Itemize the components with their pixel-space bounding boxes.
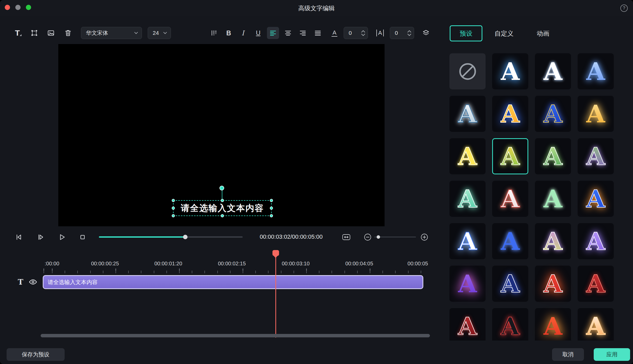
playback-slider-knob[interactable] — [183, 235, 188, 239]
preset-letter: AA — [535, 223, 571, 259]
char-spacing-button[interactable]: A — [328, 27, 341, 39]
preset-item-18[interactable]: AA — [492, 223, 528, 259]
preset-item-21[interactable]: AA — [449, 266, 486, 302]
font-size-value: 24 — [148, 30, 162, 36]
cancel-button[interactable]: 取消 — [552, 348, 584, 361]
line-spacing-stepper[interactable]: 0 — [390, 27, 414, 39]
align-left-icon — [269, 29, 277, 37]
preset-item-3[interactable]: AA — [535, 53, 571, 89]
preset-item-7[interactable]: AA — [535, 96, 571, 132]
next-frame-button[interactable] — [35, 232, 46, 242]
preset-item-2[interactable]: AA — [492, 53, 528, 89]
resize-handle-s[interactable] — [221, 214, 224, 217]
track-visibility-toggle[interactable] — [28, 277, 37, 286]
font-family-select[interactable]: 华文宋体 — [81, 27, 142, 39]
ruler-label: 00:00:03:10 — [282, 261, 310, 267]
preset-item-28[interactable]: AA — [578, 308, 614, 341]
timeline-ruler[interactable]: :00:0000:00:00:2500:00:01:2000:00:02:150… — [0, 261, 437, 267]
help-icon[interactable]: ? — [620, 4, 628, 12]
preset-item-17[interactable]: AA — [449, 223, 486, 259]
save-as-preset-button[interactable]: 保存为预设 — [7, 348, 65, 361]
preset-item-9[interactable]: AA — [449, 138, 486, 174]
preset-item-23[interactable]: AA — [535, 266, 571, 302]
preset-item-1[interactable] — [449, 53, 486, 89]
transform-button[interactable] — [28, 27, 40, 39]
preset-item-19[interactable]: AA — [535, 223, 571, 259]
preset-item-24[interactable]: AA — [578, 266, 614, 302]
underline-button[interactable]: U — [252, 27, 264, 39]
apply-button[interactable]: 应用 — [594, 348, 630, 361]
preset-item-12[interactable]: AA — [578, 138, 614, 174]
timeline-horizontal-scrollbar[interactable] — [41, 334, 430, 337]
preset-item-8[interactable]: AA — [578, 96, 614, 132]
preset-item-5[interactable]: AA — [449, 96, 486, 132]
fit-to-window-button[interactable] — [341, 232, 352, 242]
font-size-select[interactable]: 24 — [148, 27, 171, 39]
text-clip[interactable]: 请全选输入文本内容 — [43, 275, 423, 289]
preset-item-4[interactable]: AA — [578, 53, 614, 89]
resize-handle-se[interactable] — [270, 214, 273, 217]
ruler-label: 00:00:01:20 — [154, 261, 182, 267]
previous-frame-button[interactable] — [13, 232, 24, 242]
preset-item-6[interactable]: AA — [492, 96, 528, 132]
tab-animation[interactable]: 动画 — [527, 25, 559, 41]
resize-handle-ne[interactable] — [270, 199, 273, 202]
resize-handle-w[interactable] — [172, 207, 175, 210]
zoom-in-button[interactable] — [420, 233, 429, 241]
trash-icon — [64, 29, 72, 37]
preview-text[interactable]: 请全选输入文本内容 — [181, 202, 264, 214]
resize-handle-n[interactable] — [221, 199, 224, 202]
preset-item-25[interactable]: AA — [449, 308, 486, 341]
preset-item-26[interactable]: AA — [492, 308, 528, 341]
layer-style-button[interactable] — [420, 27, 432, 39]
justify-button[interactable] — [312, 27, 324, 39]
text-tool-icon: T — [15, 28, 20, 37]
bold-button[interactable]: B — [223, 27, 235, 39]
layers-icon — [422, 29, 430, 37]
add-media-button[interactable] — [45, 27, 57, 39]
next-frame-icon — [37, 233, 45, 241]
line-spacing-button[interactable]: A — [374, 27, 386, 39]
resize-handle-e[interactable] — [270, 207, 273, 210]
align-right-button[interactable] — [297, 27, 309, 39]
italic-button[interactable]: I — [237, 27, 249, 39]
playhead-line[interactable] — [275, 256, 276, 338]
preset-letter: AA — [449, 181, 486, 217]
preset-item-10[interactable]: AA — [492, 138, 528, 174]
play-button[interactable] — [56, 232, 67, 242]
rotate-handle[interactable] — [219, 186, 224, 190]
preset-item-15[interactable]: AA — [535, 181, 571, 217]
preset-item-22[interactable]: AA — [492, 266, 528, 302]
playhead-handle[interactable] — [272, 250, 279, 256]
char-spacing-stepper[interactable]: 0 — [344, 27, 368, 39]
stepper-arrows[interactable] — [406, 30, 414, 36]
delete-button[interactable] — [62, 27, 74, 39]
zoom-out-button[interactable] — [363, 233, 372, 241]
stepper-arrows[interactable] — [360, 30, 368, 36]
add-text-button[interactable]: T — [11, 27, 23, 39]
timeline-zoom-slider[interactable] — [374, 237, 416, 237]
video-preview[interactable]: 请全选输入文本内容 — [58, 44, 385, 226]
align-center-button[interactable] — [282, 27, 294, 39]
preset-item-11[interactable]: AA — [535, 138, 571, 174]
resize-handle-sw[interactable] — [172, 214, 175, 217]
preset-letter: AA — [535, 181, 571, 217]
preset-letter: AA — [449, 308, 486, 341]
preset-item-16[interactable]: AA — [578, 181, 614, 217]
preset-item-14[interactable]: AA — [492, 181, 528, 217]
preset-item-13[interactable]: AA — [449, 181, 486, 217]
preset-item-20[interactable]: AA — [578, 223, 614, 259]
tab-customize[interactable]: 自定义 — [488, 25, 520, 41]
text-selection-box[interactable]: 请全选输入文本内容 — [173, 200, 272, 216]
bold-icon: B — [226, 29, 231, 37]
text-orientation-button[interactable] — [208, 27, 220, 39]
ruler-minor-ticks — [41, 271, 430, 273]
stop-button[interactable] — [77, 232, 88, 242]
preset-grid[interactable]: AAAAAAAAAAAAAAAAAAAAAAAAAAAAAAAAAAAAAAAA… — [449, 53, 614, 341]
tab-presets[interactable]: 预设 — [450, 25, 482, 41]
resize-handle-nw[interactable] — [172, 199, 175, 202]
preset-item-27[interactable]: AA — [535, 308, 571, 341]
timeline-zoom-knob[interactable] — [377, 235, 380, 239]
line-spacing-icon: A — [376, 30, 384, 36]
align-left-button[interactable] — [267, 27, 279, 39]
